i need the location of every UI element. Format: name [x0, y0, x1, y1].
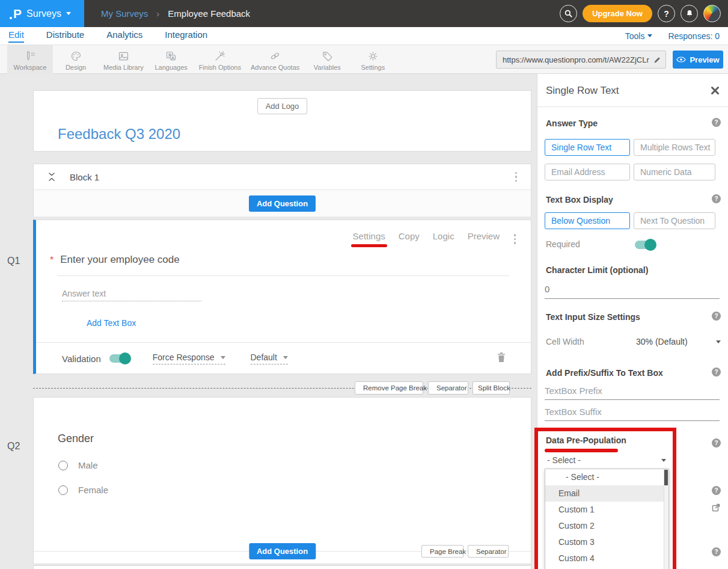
toolbar-item-advance-quotas[interactable]: Advance Quotas — [246, 45, 304, 74]
textbox-suffix-input[interactable] — [545, 407, 720, 417]
scrollbar-thumb[interactable] — [664, 470, 668, 485]
data-pre-population-select[interactable]: - Select - — [545, 453, 670, 469]
answer-type-email-address[interactable]: Email Address — [545, 164, 630, 180]
remove-page-break-button[interactable]: Remove Page Break — [355, 381, 423, 395]
notifications-button[interactable] — [681, 5, 698, 22]
radio-label[interactable]: Male — [78, 460, 98, 470]
tab-distribute[interactable]: Distribute — [46, 29, 84, 43]
block-menu-icon[interactable] — [513, 170, 519, 184]
input-underline — [545, 399, 720, 400]
answer-type-numeric-data[interactable]: Numeric Data — [634, 164, 715, 180]
add-question-button[interactable]: Add Question — [249, 543, 316, 559]
dropdown-option-custom2[interactable]: Custom 2 — [545, 518, 668, 534]
toolbar-item-design[interactable]: Design — [53, 45, 99, 74]
dropdown-option-select[interactable]: - Select - — [545, 469, 668, 485]
help-button[interactable]: ? — [658, 5, 675, 22]
question-mark-icon: ? — [664, 9, 669, 19]
tab-question-copy[interactable]: Copy — [399, 231, 420, 241]
add-question-button[interactable]: Add Question — [249, 195, 316, 212]
preview-label: Preview — [690, 55, 719, 64]
dropdown-option-custom3[interactable]: Custom 3 — [545, 534, 668, 550]
preview-button[interactable]: Preview — [673, 51, 723, 69]
responses-count[interactable]: Responses: 0 — [668, 31, 720, 41]
tab-edit[interactable]: Edit — [8, 29, 24, 43]
external-link-button[interactable] — [711, 503, 721, 515]
dropdown-option-email[interactable]: Email — [545, 485, 668, 502]
validation-toggle[interactable] — [109, 354, 130, 363]
toolbar-item-workspace[interactable]: Workspace — [7, 45, 53, 74]
character-limit-label: Character Limit (optional) — [546, 265, 648, 275]
input-underline — [545, 298, 720, 299]
close-panel-button[interactable] — [711, 86, 720, 97]
breadcrumb-my-surveys[interactable]: My Surveys — [101, 8, 148, 19]
required-toggle[interactable] — [635, 241, 655, 249]
block-title[interactable]: Block 1 — [70, 172, 99, 182]
help-icon[interactable]: ? — [712, 118, 721, 127]
dropdown-option-custom1[interactable]: Custom 1 — [545, 502, 668, 518]
display-below-question[interactable]: Below Question — [545, 212, 630, 229]
answer-text-input[interactable] — [62, 288, 201, 301]
cell-width-value[interactable]: 30% (Default) — [636, 337, 688, 346]
collapse-block-icon[interactable] — [47, 171, 57, 182]
annotation-red-underline — [545, 449, 618, 452]
question1-menu-icon[interactable] — [512, 232, 518, 246]
tab-integration[interactable]: Integration — [165, 29, 207, 43]
radio-option-female: Female — [58, 485, 108, 495]
radio-label[interactable]: Female — [78, 485, 108, 495]
question2-text[interactable]: Gender — [58, 432, 94, 445]
toolbar-item-settings[interactable]: Settings — [350, 45, 396, 74]
search-button[interactable] — [560, 5, 577, 22]
textbox-prefix-input[interactable] — [545, 386, 720, 396]
tab-question-preview[interactable]: Preview — [468, 231, 500, 241]
answer-type-multiple-rows-text[interactable]: Multiple Rows Text — [634, 139, 715, 156]
dropdown-option-custom4[interactable]: Custom 4 — [545, 550, 668, 567]
nav-right: Tools Responses: 0 — [625, 31, 720, 41]
add-text-box-link[interactable]: Add Text Box — [87, 318, 136, 328]
delete-question-button[interactable] — [496, 351, 507, 366]
question1-text[interactable]: Enter your employee code — [60, 254, 179, 266]
help-icon[interactable]: ? — [712, 194, 721, 203]
page-break-button[interactable]: Page Break — [421, 545, 463, 558]
toolbar-item-media-library[interactable]: Media Library — [99, 45, 148, 74]
radio-button[interactable] — [58, 485, 68, 495]
add-logo-button[interactable]: Add Logo — [257, 98, 308, 114]
product-switcher[interactable]: P Surveys — [0, 0, 84, 27]
survey-url-input[interactable] — [503, 55, 653, 64]
display-next-to-question[interactable]: Next To Question — [634, 212, 715, 229]
dropdown-scrollbar[interactable] — [664, 469, 668, 569]
edit-pencil-icon[interactable] — [653, 55, 662, 64]
palette-icon — [70, 50, 82, 63]
help-icon[interactable]: ? — [712, 312, 721, 321]
next-card-edge — [33, 565, 531, 569]
gear-icon — [367, 50, 379, 63]
force-response-dropdown[interactable]: Force Response — [153, 352, 225, 364]
image-icon — [117, 50, 130, 63]
help-icon[interactable]: ? — [712, 438, 721, 448]
help-icon[interactable]: ? — [712, 547, 721, 556]
tab-question-logic[interactable]: Logic — [433, 231, 454, 241]
upgrade-now-button[interactable]: Upgrade Now — [583, 5, 652, 22]
user-avatar[interactable] — [703, 5, 721, 22]
separator-button[interactable]: Separator — [468, 545, 509, 558]
toolbar-item-finish-options[interactable]: Finish Options — [194, 45, 246, 74]
tools-menu[interactable]: Tools — [625, 31, 653, 41]
radio-button[interactable] — [58, 461, 68, 470]
chevron-down-icon — [221, 356, 225, 359]
toolbar-item-languages[interactable]: Languages — [148, 45, 194, 74]
split-block-button[interactable]: Split Block — [473, 381, 510, 395]
help-icon[interactable]: ? — [712, 486, 721, 495]
tab-analytics[interactable]: Analytics — [106, 29, 142, 43]
question1-card: Settings Copy Logic Preview * Enter your… — [33, 220, 531, 374]
answer-type-single-row-text[interactable]: Single Row Text — [545, 139, 630, 156]
tab-question-settings[interactable]: Settings — [353, 231, 385, 241]
breadcrumb-separator: › — [156, 8, 159, 19]
question2-number: Q2 — [7, 441, 20, 452]
separator-button[interactable]: Separator — [428, 381, 468, 395]
validation-default-dropdown[interactable]: Default — [251, 352, 288, 364]
chevron-down-icon[interactable] — [716, 340, 721, 343]
help-icon[interactable]: ? — [712, 368, 721, 377]
toolbar-item-variables[interactable]: Variables — [304, 45, 350, 74]
survey-title[interactable]: Feedback Q3 2020 — [58, 126, 180, 143]
tools-label: Tools — [625, 31, 645, 41]
character-limit-input[interactable] — [545, 284, 720, 294]
